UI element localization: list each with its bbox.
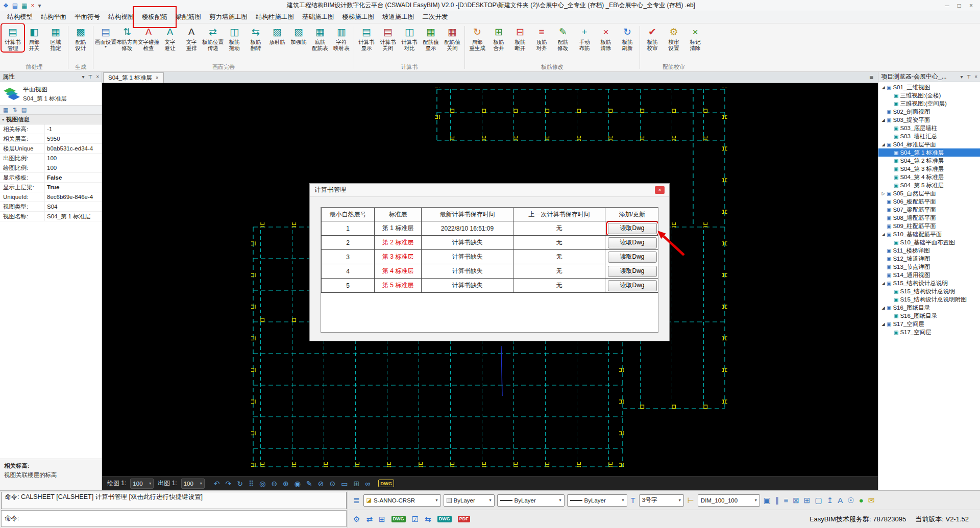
lineweight-select[interactable]: ByLayer▾ bbox=[567, 494, 627, 507]
grid-dots-icon[interactable]: ⠿ bbox=[249, 480, 254, 488]
mail-icon[interactable]: ✉ bbox=[867, 496, 876, 505]
calc-sheet-compare-button[interactable]: ◫计算书 对比 bbox=[399, 24, 420, 51]
menu-item-9[interactable]: 楼梯施工图 bbox=[338, 11, 379, 23]
local-regenerate-button[interactable]: ↻局部 重生成 bbox=[467, 24, 488, 51]
columns-icon[interactable]: ∥ bbox=[774, 496, 780, 505]
transfer-icon[interactable]: ⇆ bbox=[425, 515, 431, 524]
minimize-button[interactable]: ─ bbox=[945, 2, 949, 9]
review-settings-button[interactable]: ⚙校审 设置 bbox=[663, 24, 684, 51]
property-row[interactable]: 绘图比例:100 bbox=[0, 163, 102, 173]
pdf-badge[interactable]: PDF bbox=[458, 516, 470, 522]
tree-item[interactable]: ▣S02_剖面视图 bbox=[878, 108, 980, 116]
export-icon[interactable]: ↥ bbox=[826, 496, 835, 505]
dialog-close-button[interactable]: × bbox=[655, 186, 665, 194]
property-row[interactable]: 出图比例:100 bbox=[0, 154, 102, 163]
tree-item[interactable]: ▣S15_结构设计总说明 bbox=[878, 287, 980, 295]
calc-sheet-close-button[interactable]: ▤计算书 关闭 bbox=[377, 24, 399, 51]
linetype-select[interactable]: ByLayer▾ bbox=[497, 494, 565, 507]
property-row[interactable]: UniqueId:8ec6b69e-846e-4 bbox=[0, 192, 102, 202]
menu-item-8[interactable]: 基础施工图 bbox=[298, 11, 338, 23]
app-logo-icon[interactable]: ❖ bbox=[3, 2, 9, 9]
rebar-clear-button[interactable]: ×板筋 清除 bbox=[595, 24, 617, 51]
rebar-value-close-button[interactable]: ▦配筋值 关闭 bbox=[442, 24, 463, 51]
lock-icon[interactable]: ⊖ bbox=[271, 480, 277, 488]
text-rearrange-button[interactable]: A文字 重排 bbox=[181, 24, 202, 51]
pin-icon[interactable]: ⊤ bbox=[966, 74, 971, 80]
tree-expander-icon[interactable]: ◢ bbox=[880, 118, 886, 122]
tree-expander-icon[interactable]: ▷ bbox=[880, 191, 886, 196]
read-dwg-button[interactable]: 读取Dwg bbox=[608, 237, 657, 248]
menu-item-10[interactable]: 坡道施工图 bbox=[378, 11, 419, 23]
command-history[interactable]: 命令: CALSHEET [CALSHEET] 计算书管理 [双击此行进行快捷键… bbox=[1, 492, 347, 509]
new-doc-icon[interactable]: ▤ bbox=[12, 2, 18, 9]
radial-rebar-button[interactable]: ▨放射筋 bbox=[266, 24, 288, 45]
strengthen-rebar-button[interactable]: ▧加强筋 bbox=[288, 24, 309, 45]
text-collision-check-button[interactable]: A文字碰撞 检查 bbox=[138, 24, 159, 51]
tree-item[interactable]: ▣S06_板配筋平面 bbox=[878, 197, 980, 206]
lock-ui-icon[interactable]: ⊠ bbox=[792, 496, 800, 505]
tree-item[interactable]: ▣S10_基础平面布置图 bbox=[878, 238, 980, 246]
region-assign-button[interactable]: ▦区域 指定 bbox=[45, 24, 66, 51]
close-doc-icon[interactable]: × bbox=[31, 2, 34, 9]
sketch-icon[interactable]: ✎ bbox=[306, 480, 312, 488]
rebar-direction-edit-button[interactable]: ⇅布筋方向 修改 bbox=[116, 24, 138, 51]
menu-item-4[interactable]: 楼板配筋 bbox=[138, 11, 172, 23]
settings-gear-icon[interactable]: ⚙ bbox=[353, 515, 360, 524]
chevron-down-icon[interactable]: ▾ bbox=[82, 74, 84, 80]
tree-item[interactable]: ▷▣S05_自然层平面 bbox=[878, 189, 980, 197]
tree-item[interactable]: ▣S08_墙配筋平面 bbox=[878, 214, 980, 222]
tree-item[interactable]: ▣S04_第 1 标准层 bbox=[878, 148, 980, 157]
close-icon[interactable]: × bbox=[96, 74, 99, 80]
menu-item-0[interactable]: 结构模型 bbox=[3, 11, 37, 23]
rebar-review-button[interactable]: ✔板筋 校审 bbox=[642, 24, 663, 51]
read-dwg-button[interactable]: 读取Dwg bbox=[608, 266, 657, 277]
close-icon[interactable]: × bbox=[974, 74, 977, 80]
tree-item[interactable]: ▣S04_第 2 标准层 bbox=[878, 157, 980, 165]
tree-expander-icon[interactable]: ◢ bbox=[880, 281, 886, 286]
section-view-info[interactable]: ▾ 视图信息 bbox=[0, 115, 102, 124]
char-mapping-table-button[interactable]: ▥字符 映射表 bbox=[331, 24, 352, 51]
dialog-titlebar[interactable]: 计算书管理 × bbox=[310, 184, 669, 197]
tree-item[interactable]: ▣S15_结构设计总说明附图 bbox=[878, 295, 980, 304]
menu-item-1[interactable]: 结构平面 bbox=[37, 11, 70, 23]
calc-sheet-manage-button[interactable]: ▤计算书 管理 bbox=[2, 24, 23, 51]
status-dot-icon[interactable]: ● bbox=[858, 496, 865, 505]
property-row[interactable]: 视图名称:S04_第 1 标准层 bbox=[0, 212, 102, 221]
rebar-design-button[interactable]: ▩配筋 设计 bbox=[70, 24, 91, 51]
tree-expander-icon[interactable]: ◢ bbox=[880, 322, 886, 326]
mark-clear-button[interactable]: ×标记 清除 bbox=[684, 24, 706, 51]
tree-item[interactable]: ▣S17_空间层 bbox=[878, 328, 980, 336]
match-props-icon[interactable]: ≡ bbox=[783, 496, 790, 505]
tree-item[interactable]: ◢▣S15_结构设计总说明 bbox=[878, 279, 980, 287]
link-icon[interactable]: ∞ bbox=[365, 480, 370, 488]
rebar-flip-button[interactable]: ⇆板筋 翻转 bbox=[245, 24, 266, 51]
rebar-refresh-button[interactable]: ↻板筋 刷新 bbox=[617, 24, 638, 51]
property-row[interactable]: 显示楼板:False bbox=[0, 173, 102, 183]
erase-icon[interactable]: ⊘ bbox=[318, 480, 324, 488]
tree-item[interactable]: ▣S11_楼梯详图 bbox=[878, 246, 980, 255]
table-style-icon[interactable]: ▣ bbox=[763, 496, 772, 505]
menu-item-11[interactable]: 二次开发 bbox=[419, 11, 452, 23]
dwg-file-badge[interactable]: DWG bbox=[391, 516, 406, 522]
tree-expander-icon[interactable]: ◢ bbox=[880, 306, 886, 310]
tree-item[interactable]: ▣S12_坡道详图 bbox=[878, 255, 980, 263]
tree-item[interactable]: ▣S03_墙柱汇总 bbox=[878, 132, 980, 140]
sync-icon[interactable]: ⇄ bbox=[366, 515, 373, 524]
annotate-icon[interactable]: A bbox=[837, 496, 844, 505]
read-dwg-button[interactable]: 读取Dwg bbox=[608, 280, 657, 291]
sort-icon[interactable]: ⇅ bbox=[12, 107, 17, 113]
layer-select[interactable]: ◪S-ANNO-CRSR▾ bbox=[363, 494, 441, 507]
tree-expander-icon[interactable]: ◢ bbox=[880, 142, 886, 147]
tree-item[interactable]: ▣三维视图:(空间层) bbox=[878, 99, 980, 108]
tree-item[interactable]: ▣S03_底层墙柱 bbox=[878, 124, 980, 132]
property-row[interactable]: 相关标高:-1 bbox=[0, 124, 102, 134]
tree-item[interactable]: ▣S04_第 4 标准层 bbox=[878, 173, 980, 181]
regen-icon[interactable]: ↻ bbox=[237, 480, 243, 488]
tree-item[interactable]: ▣S04_第 3 标准层 bbox=[878, 165, 980, 173]
selection-box-icon[interactable]: ▢ bbox=[814, 496, 823, 505]
manual-rebar-button[interactable]: +手动 布筋 bbox=[574, 24, 595, 51]
dim-style-select[interactable]: DIM_100_100▾ bbox=[698, 494, 760, 507]
tree-item[interactable]: ◢▣S16_图纸目录 bbox=[878, 304, 980, 312]
search-icon[interactable]: ☉ bbox=[846, 496, 855, 505]
rebar-merge-button[interactable]: ⊞板筋 合并 bbox=[488, 24, 509, 51]
